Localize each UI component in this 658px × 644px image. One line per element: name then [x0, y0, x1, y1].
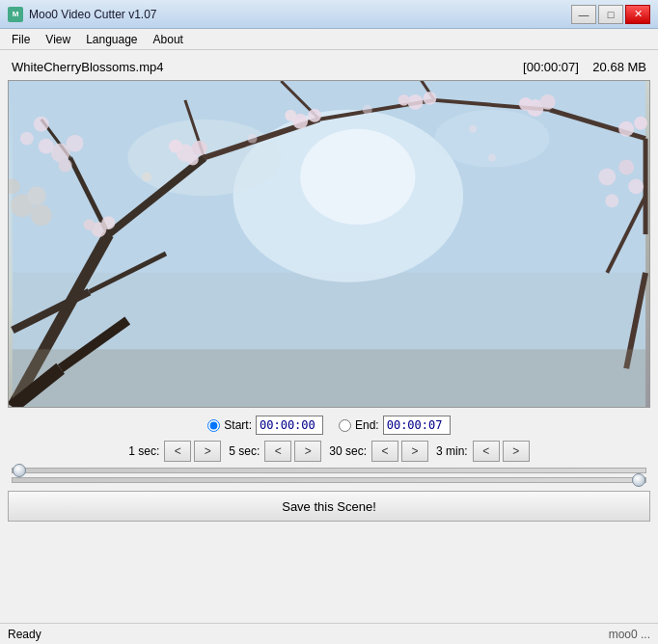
svg-point-28 — [187, 154, 199, 166]
close-button[interactable]: ✕ — [625, 5, 650, 24]
end-radio[interactable] — [339, 419, 351, 432]
step-30sec-forward[interactable]: > — [401, 441, 428, 462]
title-bar: M Moo0 Video Cutter v1.07 — □ ✕ — [0, 0, 658, 29]
step-5sec: 5 sec: < > — [229, 441, 321, 462]
step-3min-forward[interactable]: > — [503, 441, 530, 462]
filesize: 20.68 MB — [592, 60, 646, 74]
svg-point-30 — [308, 109, 321, 122]
svg-point-38 — [618, 121, 634, 137]
status-bar: Ready moo0 ... — [0, 623, 658, 644]
svg-point-48 — [628, 178, 644, 194]
status-text: Ready — [8, 628, 41, 641]
svg-point-54 — [488, 154, 496, 162]
menu-file[interactable]: File — [4, 31, 38, 48]
menu-about[interactable]: About — [146, 31, 191, 48]
svg-point-36 — [540, 94, 556, 110]
svg-point-39 — [634, 117, 647, 130]
step-30sec-label: 30 sec: — [329, 444, 367, 458]
svg-point-33 — [423, 92, 436, 105]
save-button[interactable]: Save this Scene! — [8, 491, 650, 522]
app-icon: M — [8, 7, 23, 22]
step-5sec-forward[interactable]: > — [294, 441, 321, 462]
svg-point-43 — [59, 159, 72, 173]
svg-point-37 — [519, 97, 533, 111]
step-controls: 1 sec: < > 5 sec: < > 30 sec: < > 3 min:… — [8, 441, 650, 462]
end-radio-label[interactable]: End: — [339, 418, 379, 432]
svg-point-27 — [169, 140, 182, 153]
step-1sec-forward[interactable]: > — [194, 441, 221, 462]
svg-point-26 — [192, 141, 207, 156]
video-preview — [8, 80, 650, 408]
start-time-input[interactable] — [256, 416, 323, 435]
step-1sec-label: 1 sec: — [128, 444, 159, 458]
time-controls: Start: End: — [8, 416, 650, 435]
step-3min: 3 min: < > — [436, 441, 530, 462]
start-radio-label[interactable]: Start: — [207, 418, 252, 432]
menu-bar: File View Language About — [0, 29, 658, 50]
title-text: Moo0 Video Cutter v1.07 — [29, 8, 571, 21]
svg-point-24 — [84, 219, 96, 230]
main-window: WhiteCherryBlossoms.mp4 [00:00:07] 20.68… — [0, 50, 658, 533]
svg-point-41 — [67, 135, 84, 152]
svg-point-49 — [605, 194, 618, 207]
maximize-button[interactable]: □ — [598, 5, 623, 24]
moo0-link[interactable]: moo0 ... — [609, 628, 650, 641]
sliders-area — [8, 468, 650, 483]
file-meta: [00:00:07] 20.68 MB — [523, 60, 646, 74]
svg-point-34 — [398, 94, 410, 106]
step-30sec-back[interactable]: < — [371, 441, 398, 462]
step-1sec: 1 sec: < > — [128, 441, 221, 462]
start-label: Start: — [224, 418, 252, 432]
filename: WhiteCherryBlossoms.mp4 — [12, 60, 164, 74]
svg-point-23 — [101, 216, 115, 229]
svg-point-45 — [34, 117, 49, 132]
svg-point-51 — [363, 105, 372, 115]
svg-point-3 — [300, 129, 415, 225]
menu-language[interactable]: Language — [78, 31, 145, 48]
menu-view[interactable]: View — [38, 31, 78, 48]
svg-point-44 — [20, 132, 34, 146]
title-controls: — □ ✕ — [571, 5, 650, 24]
end-slider[interactable] — [12, 477, 646, 483]
end-time-group: End: — [339, 416, 451, 435]
video-canvas — [9, 81, 649, 407]
step-30sec: 30 sec: < > — [329, 441, 428, 462]
file-info: WhiteCherryBlossoms.mp4 [00:00:07] 20.68… — [8, 58, 650, 76]
svg-point-32 — [408, 94, 424, 110]
svg-rect-55 — [13, 349, 645, 407]
start-radio[interactable] — [207, 419, 220, 432]
svg-point-61 — [31, 204, 52, 226]
slider-row-2 — [12, 477, 646, 483]
svg-point-42 — [39, 139, 54, 154]
step-1sec-back[interactable]: < — [164, 441, 191, 462]
minimize-button[interactable]: — — [571, 5, 596, 24]
svg-point-53 — [142, 172, 151, 181]
step-3min-label: 3 min: — [436, 444, 468, 458]
end-time-input[interactable] — [383, 416, 451, 435]
step-5sec-back[interactable]: < — [264, 441, 291, 462]
svg-point-46 — [598, 168, 616, 185]
controls-area: Start: End: 1 sec: < > 5 sec: < — [8, 412, 650, 525]
svg-point-31 — [285, 110, 296, 121]
svg-point-52 — [469, 125, 477, 133]
step-5sec-label: 5 sec: — [229, 444, 260, 458]
start-time-group: Start: — [207, 416, 323, 435]
svg-point-50 — [248, 134, 258, 144]
step-3min-back[interactable]: < — [473, 441, 500, 462]
svg-point-47 — [618, 160, 634, 175]
duration: [00:00:07] — [523, 60, 579, 74]
end-label: End: — [355, 418, 379, 432]
svg-point-59 — [27, 186, 46, 205]
